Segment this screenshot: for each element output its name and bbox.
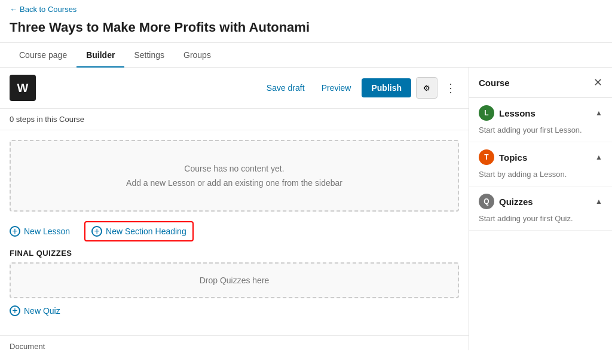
final-quizzes-section: FINAL QUIZZES Drop Quizzes here + New Qu… xyxy=(10,249,459,316)
new-quiz-label: New Quiz xyxy=(24,306,60,316)
new-lesson-plus-icon: + xyxy=(10,226,20,237)
tab-builder[interactable]: Builder xyxy=(76,43,124,67)
wp-logo: W xyxy=(10,75,36,101)
preview-button[interactable]: Preview xyxy=(316,79,357,96)
new-section-heading-label: New Section Heading xyxy=(106,227,186,236)
drop-zone-line1: Course has no content yet. xyxy=(184,164,284,173)
lessons-icon: L xyxy=(479,105,494,121)
lessons-chevron-icon[interactable]: ▲ xyxy=(595,109,602,117)
sidebar-section-lessons: L Lessons ▲ Start adding your first Less… xyxy=(469,98,612,142)
document-label: Document xyxy=(0,335,469,350)
new-section-heading-button[interactable]: + New Section Heading xyxy=(84,221,194,241)
save-draft-button[interactable]: Save draft xyxy=(261,79,311,96)
sidebar: Course ✕ L Lessons ▲ Start adding your f… xyxy=(469,68,612,350)
topics-section-name: Topics xyxy=(499,152,527,163)
quiz-drop-zone: Drop Quizzes here xyxy=(10,262,459,298)
quizzes-chevron-icon[interactable]: ▲ xyxy=(595,197,602,206)
lessons-helper-text: Start adding your first Lesson. xyxy=(479,126,602,134)
new-quiz-button[interactable]: + New Quiz xyxy=(10,305,60,316)
quizzes-icon: Q xyxy=(479,194,494,209)
tab-course-page[interactable]: Course page xyxy=(10,43,76,67)
gear-button[interactable]: ⚙ xyxy=(416,77,437,99)
lessons-section-name: Lessons xyxy=(499,108,536,118)
sidebar-close-button[interactable]: ✕ xyxy=(593,76,602,89)
drop-zone-line2: Add a new Lesson or add an existing one … xyxy=(126,178,342,188)
topics-chevron-icon[interactable]: ▲ xyxy=(595,153,602,161)
course-drop-zone: Course has no content yet. Add a new Les… xyxy=(10,140,459,212)
topics-helper-text: Start by adding a Lesson. xyxy=(479,170,602,179)
more-options-button[interactable]: ⋮ xyxy=(442,82,459,94)
sidebar-section-quizzes: Q Quizzes ▲ Start adding your first Quiz… xyxy=(469,186,612,231)
back-to-courses-link[interactable]: Back to Courses xyxy=(20,5,76,14)
page-title: Three Ways to Make More Profits with Aut… xyxy=(0,19,612,43)
tab-settings[interactable]: Settings xyxy=(124,43,174,67)
quizzes-section-name: Quizzes xyxy=(499,197,533,207)
new-lesson-button[interactable]: + New Lesson xyxy=(10,226,70,237)
new-lesson-label: New Lesson xyxy=(24,227,70,236)
back-arrow-icon: ← xyxy=(10,5,17,14)
tabs-bar: Course page Builder Settings Groups xyxy=(0,43,612,68)
topics-icon: T xyxy=(479,149,494,165)
sidebar-title: Course xyxy=(479,78,510,88)
sidebar-section-topics: T Topics ▲ Start by adding a Lesson. xyxy=(469,142,612,186)
final-quizzes-title: FINAL QUIZZES xyxy=(10,249,459,258)
steps-count: 0 steps in this Course xyxy=(0,109,469,130)
new-section-plus-icon: + xyxy=(91,226,102,237)
new-quiz-plus-icon: + xyxy=(10,305,20,316)
gear-icon: ⚙ xyxy=(423,84,430,93)
tab-groups[interactable]: Groups xyxy=(174,43,221,67)
quiz-drop-zone-label: Drop Quizzes here xyxy=(200,276,270,285)
publish-button[interactable]: Publish xyxy=(362,78,411,97)
quizzes-helper-text: Start adding your first Quiz. xyxy=(479,214,602,223)
